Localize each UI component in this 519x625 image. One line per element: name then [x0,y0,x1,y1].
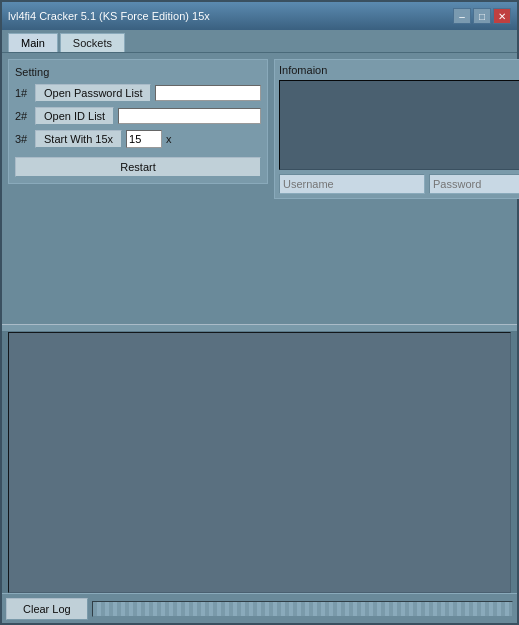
open-password-list-button[interactable]: Open Password List [35,84,151,102]
setting-row-2: 2# Open ID List [15,107,261,125]
log-area [8,332,511,593]
bottom-bar: Clear Log [2,593,517,623]
x-suffix: x [166,133,172,145]
content-area: Setting 1# Open Password List 2# Open ID… [2,53,517,324]
setting-group: Setting 1# Open Password List 2# Open ID… [8,59,268,184]
info-group: Infomaion [274,59,519,199]
setting-title: Setting [15,66,261,78]
start-with-button[interactable]: Start With 15x [35,130,122,148]
row2-num: 2# [15,110,31,122]
credentials-row [279,174,519,194]
close-button[interactable]: ✕ [493,8,511,24]
title-bar: lvl4fi4 Cracker 5.1 (KS Force Edition) 1… [2,2,517,30]
id-list-path-input[interactable] [118,108,261,124]
setting-row-1: 1# Open Password List [15,84,261,102]
progress-bar-container [92,601,513,617]
tab-main[interactable]: Main [8,33,58,52]
maximize-button[interactable]: □ [473,8,491,24]
main-window: lvl4fi4 Cracker 5.1 (KS Force Edition) 1… [0,0,519,625]
open-id-list-button[interactable]: Open ID List [35,107,114,125]
tab-sockets[interactable]: Sockets [60,33,125,52]
info-title: Infomaion [279,64,519,76]
info-display [279,80,519,170]
tab-bar: Main Sockets [2,30,517,53]
right-panel: Infomaion [274,59,519,318]
progress-bar [93,602,512,616]
main-body: Setting 1# Open Password List 2# Open ID… [2,53,517,623]
left-panel: Setting 1# Open Password List 2# Open ID… [8,59,268,318]
row3-num: 3# [15,133,31,145]
minimize-button[interactable]: – [453,8,471,24]
separator [2,324,517,332]
password-list-path-input[interactable] [155,85,261,101]
restart-button[interactable]: Restart [15,157,261,177]
title-buttons: – □ ✕ [453,8,511,24]
password-input[interactable] [429,174,519,194]
thread-count-input[interactable] [126,130,162,148]
setting-row-3: 3# Start With 15x x [15,130,261,148]
row1-num: 1# [15,87,31,99]
clear-log-button[interactable]: Clear Log [6,598,88,620]
username-input[interactable] [279,174,425,194]
window-title: lvl4fi4 Cracker 5.1 (KS Force Edition) 1… [8,10,453,22]
